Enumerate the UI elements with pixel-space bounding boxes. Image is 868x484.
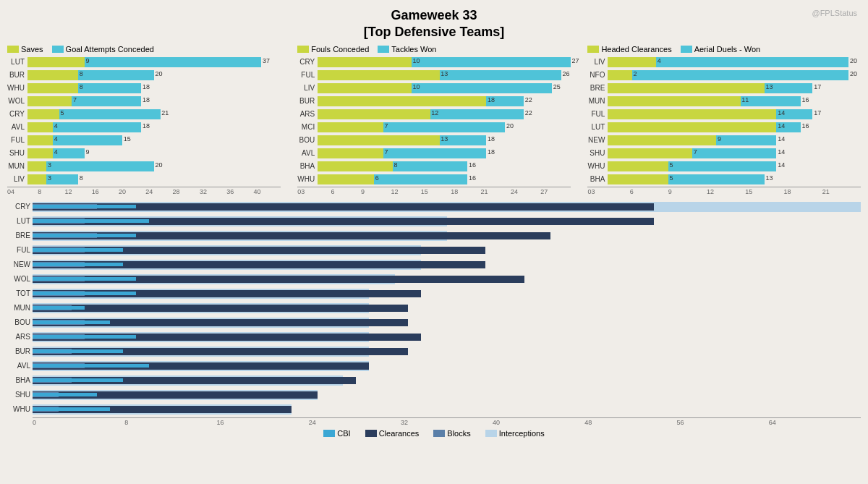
axis-tick: 28 bbox=[173, 188, 200, 195]
bar-value1: 13 bbox=[441, 70, 448, 77]
bar-foreground bbox=[27, 70, 78, 80]
panel1-chart: LUT937BUR820WHU818WOL718CRY521AVL418FUL4… bbox=[7, 56, 281, 185]
bar-row: LUT1416 bbox=[587, 122, 861, 133]
bar-value2: 18 bbox=[142, 96, 150, 103]
bar-foreground bbox=[27, 96, 72, 106]
bar-foreground bbox=[318, 135, 439, 145]
bar-value2: 14 bbox=[778, 148, 785, 156]
axis-tick: 24 bbox=[511, 188, 540, 195]
axis-tick: 18 bbox=[784, 188, 822, 195]
bar-value2: 13 bbox=[766, 174, 773, 182]
bottom-bars bbox=[33, 360, 861, 372]
cbi-bar bbox=[33, 277, 136, 281]
bar-container: 1222 bbox=[318, 109, 571, 119]
fouls-color bbox=[297, 46, 309, 53]
axis-tick: 6 bbox=[630, 188, 668, 195]
bottom-axis-tick: 24 bbox=[309, 419, 401, 426]
team-label: BOU bbox=[297, 136, 318, 144]
bar-container: 220 bbox=[608, 70, 861, 80]
cbi-bar bbox=[33, 263, 123, 266]
legend-interceptions: Interceptions bbox=[485, 429, 545, 438]
bottom-axis-tick: 8 bbox=[124, 419, 216, 426]
axis-tick: 12 bbox=[65, 188, 92, 195]
bar-foreground bbox=[318, 96, 486, 106]
cbi-bar bbox=[33, 320, 110, 324]
bar-value1: 10 bbox=[412, 57, 420, 64]
bar-foreground bbox=[318, 161, 393, 171]
team-label: LUT bbox=[587, 123, 608, 131]
bar-value2: 16 bbox=[802, 96, 809, 103]
team-label: SHU bbox=[7, 149, 27, 157]
bar-row: CRY521 bbox=[7, 109, 281, 120]
watermark: @FPLStatus bbox=[812, 9, 857, 17]
interceptions-color bbox=[485, 430, 497, 437]
bottom-team-label: WOL bbox=[7, 275, 30, 283]
bar-value2: 18 bbox=[488, 148, 495, 156]
bar-row: WOL718 bbox=[7, 95, 281, 107]
cbi-bar bbox=[33, 248, 123, 252]
bottom-bars bbox=[33, 375, 861, 386]
team-label: BRE bbox=[587, 84, 608, 92]
bar-foreground bbox=[27, 161, 46, 171]
team-label: BHA bbox=[587, 175, 608, 183]
bottom-axis-tick: 64 bbox=[769, 419, 861, 426]
saves-color bbox=[7, 46, 19, 53]
bottom-bar-row: LUT bbox=[33, 215, 861, 228]
bar-value1: 18 bbox=[488, 96, 495, 103]
bar-row: BUR820 bbox=[7, 69, 281, 81]
bar-row: FUL1417 bbox=[587, 109, 861, 120]
bottom-bar-row: AVL bbox=[33, 360, 861, 373]
bottom-bars bbox=[33, 346, 861, 357]
adw-label: Aerial Duels - Won bbox=[694, 45, 761, 54]
team-label: AVL bbox=[297, 149, 318, 157]
bar-container: 513 bbox=[608, 174, 861, 184]
bar-value2: 27 bbox=[572, 57, 579, 64]
bar-foreground bbox=[27, 109, 59, 119]
bar-value1: 14 bbox=[778, 109, 785, 116]
axis-tick: 3 bbox=[591, 188, 629, 195]
axis-tick: 15 bbox=[421, 188, 451, 195]
bar-foreground bbox=[318, 70, 439, 80]
bar-row: MCI720 bbox=[297, 122, 571, 133]
bar-foreground bbox=[608, 83, 764, 93]
team-label: BUR bbox=[7, 71, 27, 79]
bar-container: 415 bbox=[27, 135, 281, 145]
bar-foreground bbox=[608, 57, 656, 67]
bar-container: 720 bbox=[318, 122, 571, 132]
bottom-bar-row: CRY bbox=[33, 200, 861, 213]
team-label: BUR bbox=[297, 97, 318, 105]
tackles-label: Tackles Won bbox=[391, 45, 436, 54]
bar-container: 820 bbox=[27, 70, 281, 80]
bottom-axis-tick: 32 bbox=[401, 419, 493, 426]
bar-container: 1326 bbox=[318, 70, 571, 80]
bottom-axis-tick: 0 bbox=[33, 419, 124, 426]
bar-row: BHA816 bbox=[297, 161, 571, 172]
bar-value2: 18 bbox=[142, 122, 150, 130]
bottom-legend: CBI Clearances Blocks Interceptions bbox=[7, 429, 861, 438]
bottom-team-label: BHA bbox=[7, 376, 30, 384]
bar-row: LUT937 bbox=[7, 56, 281, 68]
cbi-color bbox=[323, 430, 335, 437]
bar-container: 1116 bbox=[608, 96, 861, 106]
bar-foreground bbox=[608, 148, 692, 158]
bottom-team-label: BUR bbox=[7, 347, 30, 355]
hc-label: Headed Clearances bbox=[601, 45, 671, 54]
bar-value1: 13 bbox=[766, 83, 773, 90]
bar-foreground bbox=[318, 109, 430, 119]
bottom-axis-tick: 56 bbox=[677, 419, 769, 426]
saves-label: Saves bbox=[21, 45, 43, 54]
bottom-bar-row: BHA bbox=[33, 374, 861, 387]
bottom-team-label: NEW bbox=[7, 260, 30, 268]
bar-foreground bbox=[27, 174, 46, 184]
team-label: LIV bbox=[587, 58, 608, 66]
bar-value2: 25 bbox=[553, 83, 561, 90]
bottom-bars bbox=[33, 404, 861, 415]
panel1: Saves Goal Attempts Conceded LUT937BUR82… bbox=[7, 45, 281, 195]
bottom-bars bbox=[33, 230, 861, 242]
team-label: NEW bbox=[587, 136, 608, 144]
bar-container: 937 bbox=[27, 57, 281, 67]
bar-value1: 13 bbox=[441, 135, 448, 143]
bar-foreground bbox=[608, 109, 776, 119]
cbi-bar bbox=[33, 393, 97, 396]
bar-row: MUN1116 bbox=[587, 95, 861, 107]
